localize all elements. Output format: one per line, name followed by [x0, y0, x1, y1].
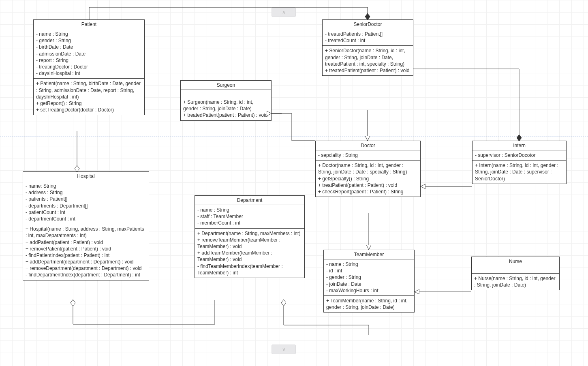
class-team-member[interactable]: TeamMember - name : String - id : int - … [323, 250, 415, 312]
class-attributes: - name : String - staff : TeamMember - m… [195, 205, 304, 229]
dashed-divider [0, 137, 588, 137]
class-operations: + Nurse(name : String, id : int, gender … [472, 274, 559, 290]
class-attributes [472, 266, 559, 274]
class-attributes: - treatedPatients : Patient[] - treatedC… [323, 29, 413, 46]
class-intern[interactable]: Intern - supervisor : SeniorDocotor + In… [472, 141, 567, 184]
class-title: Doctor [316, 141, 420, 150]
class-title: Hospital [23, 172, 149, 181]
class-title: SeniorDoctor [323, 20, 413, 29]
chevron-up-icon: ∧ [282, 9, 286, 15]
scroll-down-tab[interactable]: ∨ [272, 345, 296, 354]
chevron-down-icon: ∨ [282, 347, 286, 352]
class-nurse[interactable]: Nurse + Nurse(name : String, id : int, g… [471, 257, 560, 290]
class-title: Intern [473, 141, 566, 150]
class-surgeon[interactable]: Surgeon + Surgeon(name : String, id : in… [180, 80, 272, 121]
class-attributes: - name : String - id : int - gender : St… [324, 259, 414, 296]
class-attributes: - sepciality : String [316, 150, 420, 161]
class-hospital[interactable]: Hospital - name: String - address : Stri… [23, 171, 149, 280]
class-title: Nurse [472, 257, 559, 266]
class-title: Surgeon [181, 81, 271, 90]
class-patient[interactable]: Patient - name : String - gender : Strin… [33, 19, 145, 115]
diagram-canvas: ∧ ∨ Patient - name : String - gender : S… [0, 0, 588, 366]
class-senior-doctor[interactable]: SeniorDoctor - treatedPatients : Patient… [322, 19, 413, 76]
class-attributes: - name: String - address : String - pati… [23, 181, 149, 224]
class-operations: + Intern(name : String, id : int, gender… [473, 161, 566, 184]
class-department[interactable]: Department - name : String - staff : Tea… [195, 195, 305, 278]
class-operations: + Hospital(name : String, address : Stri… [23, 224, 149, 280]
class-operations: + Patient(name : String, birthDate : Dat… [34, 79, 144, 115]
class-operations: + SeniorDoctor(name : String, id : int, … [323, 46, 413, 75]
class-title: TeamMember [324, 250, 414, 259]
class-operations: + TeamMember(name : String, id : int, ge… [324, 296, 414, 312]
scroll-up-tab[interactable]: ∧ [272, 7, 296, 17]
class-title: Patient [34, 20, 144, 29]
class-attributes: - name : String - gender : String - birt… [34, 29, 144, 79]
class-doctor[interactable]: Doctor - sepciality : String + Doctor(na… [315, 141, 421, 197]
class-operations: + Surgeon(name : String, id : int, gende… [181, 97, 271, 120]
class-operations: + Doctor(name : String, id : int, gender… [316, 161, 420, 197]
class-operations: + Department(name : String, maxMembers :… [195, 229, 304, 278]
class-title: Department [195, 196, 304, 205]
class-attributes [181, 90, 271, 97]
class-attributes: - supervisor : SeniorDocotor [473, 150, 566, 161]
